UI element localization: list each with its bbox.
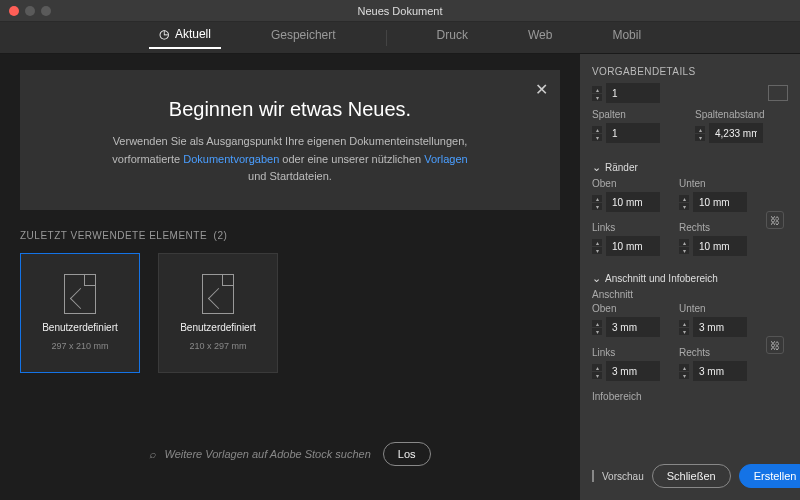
gutter-input[interactable] xyxy=(709,123,763,143)
hero-text: Verwenden Sie als Ausgangspunkt Ihre eig… xyxy=(80,133,500,186)
search-icon: ⌕ xyxy=(149,448,156,460)
zoom-window-icon[interactable] xyxy=(41,6,51,16)
bleed-section[interactable]: Anschnitt und Infobereich xyxy=(592,272,788,285)
preset-cards: Benutzerdefiniert 297 x 210 mm Benutzerd… xyxy=(20,253,560,373)
gutter-label: Spaltenabstand xyxy=(695,109,788,120)
tab-aktuell[interactable]: ◷ Aktuell xyxy=(149,27,221,49)
tab-gespeichert[interactable]: Gespeichert xyxy=(261,28,346,48)
titlebar: Neues Dokument xyxy=(0,0,800,22)
bleed-bottom-input[interactable] xyxy=(693,317,747,337)
bleed-label: Anschnitt xyxy=(592,289,788,300)
margin-top-input[interactable] xyxy=(606,192,660,212)
preset-card[interactable]: Benutzerdefiniert 210 x 297 mm xyxy=(158,253,278,373)
margin-right-label: Rechts xyxy=(679,222,758,233)
link-margins-icon[interactable]: ⛓ xyxy=(766,211,784,229)
columns-input[interactable] xyxy=(606,123,660,143)
card-title: Benutzerdefiniert xyxy=(42,322,118,333)
category-tabs: ◷ Aktuell Gespeichert Druck Web Mobil xyxy=(0,22,800,54)
margin-left-stepper[interactable]: ▴▾ xyxy=(592,239,602,254)
search-input[interactable]: ⌕ Weitere Vorlagen auf Adobe Stock suche… xyxy=(149,448,370,460)
pages-input[interactable] xyxy=(606,83,660,103)
minimize-window-icon[interactable] xyxy=(25,6,35,16)
slug-label: Infobereich xyxy=(592,391,788,402)
left-panel: ✕ Beginnen wir etwas Neues. Verwenden Si… xyxy=(0,54,580,500)
tab-druck[interactable]: Druck xyxy=(427,28,478,48)
margin-right-input[interactable] xyxy=(693,236,747,256)
margin-left-input[interactable] xyxy=(606,236,660,256)
margin-bottom-stepper[interactable]: ▴▾ xyxy=(679,195,689,210)
tab-web[interactable]: Web xyxy=(518,28,562,48)
orientation-icon[interactable] xyxy=(768,85,788,101)
bleed-left-stepper[interactable]: ▴▾ xyxy=(592,364,602,379)
margin-top-stepper[interactable]: ▴▾ xyxy=(592,195,602,210)
tab-label: Aktuell xyxy=(175,27,211,41)
bleed-right-label: Rechts xyxy=(679,347,758,358)
columns-stepper[interactable]: ▴▾ xyxy=(592,126,602,141)
link-bleed-icon[interactable]: ⛓ xyxy=(766,336,784,354)
hero-banner: ✕ Beginnen wir etwas Neues. Verwenden Si… xyxy=(20,70,560,210)
close-icon[interactable]: ✕ xyxy=(535,80,548,99)
bleed-left-label: Links xyxy=(592,347,671,358)
document-icon xyxy=(202,274,234,314)
margin-top-label: Oben xyxy=(592,178,671,189)
link-vorlagen[interactable]: Vorlagen xyxy=(424,153,467,165)
bleed-right-input[interactable] xyxy=(693,361,747,381)
preview-label: Vorschau xyxy=(602,471,644,482)
tab-mobil[interactable]: Mobil xyxy=(602,28,651,48)
card-title: Benutzerdefiniert xyxy=(180,322,256,333)
bleed-top-stepper[interactable]: ▴▾ xyxy=(592,320,602,335)
window-controls xyxy=(0,6,51,16)
columns-label: Spalten xyxy=(592,109,685,120)
preset-card[interactable]: Benutzerdefiniert 297 x 210 mm xyxy=(20,253,140,373)
link-dokumentvorgaben[interactable]: Dokumentvorgaben xyxy=(183,153,279,165)
panel-title: VORGABENDETAILS xyxy=(592,66,788,77)
go-button[interactable]: Los xyxy=(383,442,431,466)
gutter-stepper[interactable]: ▴▾ xyxy=(695,126,705,141)
pages-stepper[interactable]: ▴▾ xyxy=(592,86,602,101)
recent-label: ZULETZT VERWENDETE ELEMENTE (2) xyxy=(20,230,560,241)
bleed-bottom-stepper[interactable]: ▴▾ xyxy=(679,320,689,335)
bleed-bottom-label: Unten xyxy=(679,303,758,314)
bleed-top-label: Oben xyxy=(592,303,671,314)
search-row: ⌕ Weitere Vorlagen auf Adobe Stock suche… xyxy=(20,424,560,484)
close-window-icon[interactable] xyxy=(9,6,19,16)
bleed-right-stepper[interactable]: ▴▾ xyxy=(679,364,689,379)
hero-heading: Beginnen wir etwas Neues. xyxy=(60,98,520,121)
margin-bottom-input[interactable] xyxy=(693,192,747,212)
margin-bottom-label: Unten xyxy=(679,178,758,189)
preview-checkbox[interactable] xyxy=(592,470,594,482)
detail-panel: VORGABENDETAILS ▴▾ Spalten ▴▾ Spaltenabs… xyxy=(580,54,800,500)
margin-left-label: Links xyxy=(592,222,671,233)
tab-separator xyxy=(386,30,387,46)
bleed-top-input[interactable] xyxy=(606,317,660,337)
document-icon xyxy=(64,274,96,314)
bleed-left-input[interactable] xyxy=(606,361,660,381)
card-dimensions: 297 x 210 mm xyxy=(51,341,108,351)
create-button[interactable]: Erstellen xyxy=(739,464,800,488)
margin-right-stepper[interactable]: ▴▾ xyxy=(679,239,689,254)
close-button[interactable]: Schließen xyxy=(652,464,731,488)
margins-section[interactable]: Ränder xyxy=(592,161,788,174)
window-title: Neues Dokument xyxy=(358,5,443,17)
card-dimensions: 210 x 297 mm xyxy=(189,341,246,351)
recent-icon: ◷ xyxy=(159,27,169,41)
panel-footer: Vorschau Schließen Erstellen xyxy=(592,456,788,488)
